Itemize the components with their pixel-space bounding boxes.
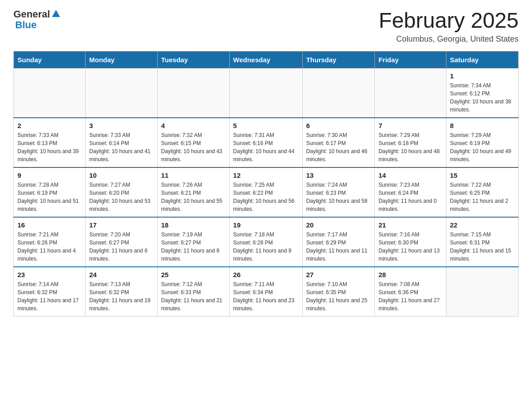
- day-info: Sunrise: 7:33 AM Sunset: 6:13 PM Dayligh…: [17, 131, 82, 163]
- day-info: Sunrise: 7:16 AM Sunset: 6:30 PM Dayligh…: [378, 231, 442, 263]
- title-section: February 2025 Columbus, Georgia, United …: [379, 9, 519, 44]
- day-number: 24: [89, 271, 154, 278]
- weekday-header-row: Sunday Monday Tuesday Wednesday Thursday…: [14, 51, 519, 68]
- day-number: 21: [378, 221, 442, 229]
- table-row: [14, 68, 86, 118]
- day-info: Sunrise: 7:30 AM Sunset: 6:17 PM Dayligh…: [306, 131, 371, 163]
- table-row: 24Sunrise: 7:13 AM Sunset: 6:32 PM Dayli…: [86, 267, 158, 317]
- day-info: Sunrise: 7:18 AM Sunset: 6:28 PM Dayligh…: [233, 231, 299, 263]
- table-row: 10Sunrise: 7:27 AM Sunset: 6:20 PM Dayli…: [86, 167, 158, 217]
- table-row: 9Sunrise: 7:28 AM Sunset: 6:19 PM Daylig…: [14, 167, 86, 217]
- table-row: 28Sunrise: 7:08 AM Sunset: 6:36 PM Dayli…: [375, 267, 446, 317]
- day-number: 22: [450, 221, 515, 229]
- day-info: Sunrise: 7:24 AM Sunset: 6:23 PM Dayligh…: [306, 181, 371, 213]
- day-number: 2: [17, 122, 82, 129]
- table-row: [86, 68, 158, 118]
- logo-blue-text: Blue: [15, 20, 61, 30]
- day-number: 23: [17, 271, 82, 278]
- table-row: 20Sunrise: 7:17 AM Sunset: 6:29 PM Dayli…: [302, 217, 375, 267]
- day-number: 5: [233, 122, 299, 129]
- table-row: [302, 68, 375, 118]
- table-row: 5Sunrise: 7:31 AM Sunset: 6:16 PM Daylig…: [229, 118, 302, 167]
- table-row: 1Sunrise: 7:34 AM Sunset: 6:12 PM Daylig…: [446, 68, 518, 118]
- table-row: [375, 68, 446, 118]
- day-number: 27: [306, 271, 371, 278]
- table-row: 25Sunrise: 7:12 AM Sunset: 6:33 PM Dayli…: [157, 267, 229, 317]
- table-row: 22Sunrise: 7:15 AM Sunset: 6:31 PM Dayli…: [446, 217, 518, 267]
- header-friday: Friday: [375, 51, 446, 68]
- day-number: 20: [306, 221, 371, 229]
- day-number: 9: [17, 171, 82, 179]
- month-title: February 2025: [379, 9, 519, 33]
- day-number: 16: [17, 221, 82, 229]
- day-number: 13: [306, 171, 371, 179]
- day-info: Sunrise: 7:17 AM Sunset: 6:29 PM Dayligh…: [306, 231, 371, 263]
- day-info: Sunrise: 7:08 AM Sunset: 6:36 PM Dayligh…: [378, 280, 442, 313]
- table-row: 16Sunrise: 7:21 AM Sunset: 6:26 PM Dayli…: [14, 217, 86, 267]
- table-row: 12Sunrise: 7:25 AM Sunset: 6:22 PM Dayli…: [229, 167, 302, 217]
- table-row: 6Sunrise: 7:30 AM Sunset: 6:17 PM Daylig…: [302, 118, 375, 167]
- day-number: 19: [233, 221, 299, 229]
- logo: General Blue: [13, 9, 61, 30]
- day-number: 14: [378, 171, 442, 179]
- day-info: Sunrise: 7:15 AM Sunset: 6:31 PM Dayligh…: [450, 231, 515, 263]
- table-row: 17Sunrise: 7:20 AM Sunset: 6:27 PM Dayli…: [86, 217, 158, 267]
- logo-general-text: General: [13, 9, 50, 20]
- day-info: Sunrise: 7:21 AM Sunset: 6:26 PM Dayligh…: [17, 231, 82, 263]
- calendar-table: Sunday Monday Tuesday Wednesday Thursday…: [13, 51, 519, 317]
- day-number: 8: [450, 122, 515, 129]
- calendar-week-row: 1Sunrise: 7:34 AM Sunset: 6:12 PM Daylig…: [14, 68, 519, 118]
- table-row: [446, 267, 518, 317]
- day-info: Sunrise: 7:19 AM Sunset: 6:27 PM Dayligh…: [161, 231, 226, 263]
- day-number: 12: [233, 171, 299, 179]
- table-row: [157, 68, 229, 118]
- day-number: 6: [306, 122, 371, 129]
- table-row: 8Sunrise: 7:29 AM Sunset: 6:19 PM Daylig…: [446, 118, 518, 167]
- svg-marker-0: [52, 10, 60, 17]
- day-info: Sunrise: 7:12 AM Sunset: 6:33 PM Dayligh…: [161, 280, 226, 313]
- page-header: General Blue February 2025 Columbus, Geo…: [13, 9, 519, 44]
- day-info: Sunrise: 7:10 AM Sunset: 6:35 PM Dayligh…: [306, 280, 371, 313]
- table-row: 3Sunrise: 7:33 AM Sunset: 6:14 PM Daylig…: [86, 118, 158, 167]
- table-row: 23Sunrise: 7:14 AM Sunset: 6:32 PM Dayli…: [14, 267, 86, 317]
- table-row: 18Sunrise: 7:19 AM Sunset: 6:27 PM Dayli…: [157, 217, 229, 267]
- header-sunday: Sunday: [14, 51, 86, 68]
- day-number: 4: [161, 122, 226, 129]
- day-info: Sunrise: 7:33 AM Sunset: 6:14 PM Dayligh…: [89, 131, 154, 163]
- day-info: Sunrise: 7:28 AM Sunset: 6:19 PM Dayligh…: [17, 181, 82, 213]
- table-row: 14Sunrise: 7:23 AM Sunset: 6:24 PM Dayli…: [375, 167, 446, 217]
- day-info: Sunrise: 7:29 AM Sunset: 6:19 PM Dayligh…: [450, 131, 515, 163]
- table-row: 7Sunrise: 7:29 AM Sunset: 6:18 PM Daylig…: [375, 118, 446, 167]
- day-info: Sunrise: 7:23 AM Sunset: 6:24 PM Dayligh…: [378, 181, 442, 213]
- table-row: 13Sunrise: 7:24 AM Sunset: 6:23 PM Dayli…: [302, 167, 375, 217]
- calendar-week-row: 2Sunrise: 7:33 AM Sunset: 6:13 PM Daylig…: [14, 118, 519, 167]
- day-info: Sunrise: 7:32 AM Sunset: 6:15 PM Dayligh…: [161, 131, 226, 163]
- table-row: 21Sunrise: 7:16 AM Sunset: 6:30 PM Dayli…: [375, 217, 446, 267]
- table-row: 4Sunrise: 7:32 AM Sunset: 6:15 PM Daylig…: [157, 118, 229, 167]
- day-info: Sunrise: 7:22 AM Sunset: 6:25 PM Dayligh…: [450, 181, 515, 213]
- header-saturday: Saturday: [446, 51, 518, 68]
- header-tuesday: Tuesday: [157, 51, 229, 68]
- table-row: 26Sunrise: 7:11 AM Sunset: 6:34 PM Dayli…: [229, 267, 302, 317]
- table-row: 15Sunrise: 7:22 AM Sunset: 6:25 PM Dayli…: [446, 167, 518, 217]
- calendar-week-row: 9Sunrise: 7:28 AM Sunset: 6:19 PM Daylig…: [14, 167, 519, 217]
- day-number: 10: [89, 171, 154, 179]
- day-info: Sunrise: 7:29 AM Sunset: 6:18 PM Dayligh…: [378, 131, 442, 163]
- day-number: 7: [378, 122, 442, 129]
- day-info: Sunrise: 7:20 AM Sunset: 6:27 PM Dayligh…: [89, 231, 154, 263]
- table-row: 27Sunrise: 7:10 AM Sunset: 6:35 PM Dayli…: [302, 267, 375, 317]
- day-info: Sunrise: 7:11 AM Sunset: 6:34 PM Dayligh…: [233, 280, 299, 313]
- table-row: 2Sunrise: 7:33 AM Sunset: 6:13 PM Daylig…: [14, 118, 86, 167]
- day-info: Sunrise: 7:13 AM Sunset: 6:32 PM Dayligh…: [89, 280, 154, 313]
- day-info: Sunrise: 7:25 AM Sunset: 6:22 PM Dayligh…: [233, 181, 299, 213]
- day-number: 17: [89, 221, 154, 229]
- table-row: 11Sunrise: 7:26 AM Sunset: 6:21 PM Dayli…: [157, 167, 229, 217]
- day-number: 18: [161, 221, 226, 229]
- day-number: 26: [233, 271, 299, 278]
- day-number: 15: [450, 171, 515, 179]
- table-row: 19Sunrise: 7:18 AM Sunset: 6:28 PM Dayli…: [229, 217, 302, 267]
- day-info: Sunrise: 7:31 AM Sunset: 6:16 PM Dayligh…: [233, 131, 299, 163]
- location-text: Columbus, Georgia, United States: [379, 34, 519, 44]
- logo-triangle-icon: [51, 9, 61, 19]
- day-number: 1: [450, 72, 515, 80]
